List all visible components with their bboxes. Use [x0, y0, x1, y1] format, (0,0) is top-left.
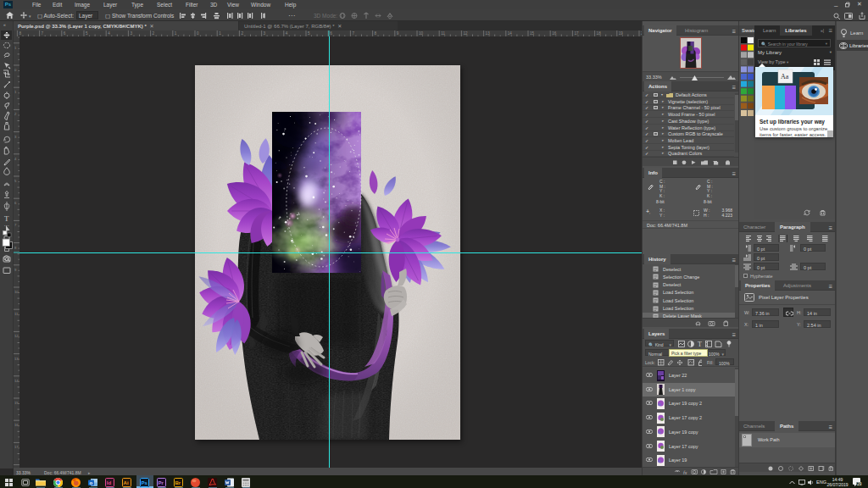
svg-text:1: 1 [175, 31, 177, 36]
svg-text:3: 3 [264, 31, 266, 36]
svg-text:6: 6 [330, 31, 332, 36]
svg-text:4: 4 [286, 31, 288, 36]
svg-text:«: « [3, 22, 6, 27]
svg-text:Br: Br [175, 480, 181, 485]
svg-text:2: 2 [153, 31, 155, 36]
svg-text:18: 18 [597, 31, 602, 36]
svg-text:5: 5 [86, 31, 88, 36]
svg-text:5: 5 [308, 31, 310, 36]
svg-text:T: T [698, 341, 702, 347]
svg-text:15: 15 [14, 401, 19, 405]
svg-text:Pr: Pr [159, 480, 164, 485]
svg-text:3: 3 [130, 31, 132, 36]
svg-text:15: 15 [530, 31, 535, 36]
svg-text:4: 4 [108, 31, 110, 36]
svg-text:o: o [90, 480, 93, 485]
svg-text:Id: Id [107, 480, 112, 485]
svg-text:13: 13 [14, 357, 19, 361]
svg-text:19: 19 [619, 31, 624, 36]
svg-text:14: 14 [14, 379, 19, 383]
svg-text:6: 6 [64, 31, 66, 36]
svg-text:2: 2 [241, 31, 243, 36]
svg-text:11: 11 [14, 312, 19, 316]
svg-text:16: 16 [552, 31, 557, 36]
svg-text:9: 9 [397, 31, 399, 36]
svg-text:8: 8 [375, 31, 377, 36]
svg-text:17: 17 [574, 31, 579, 36]
svg-text:7: 7 [42, 31, 44, 36]
svg-text:Ai: Ai [124, 480, 129, 485]
svg-text:10: 10 [14, 290, 19, 294]
svg-text:10: 10 [419, 31, 424, 36]
svg-text:fx: fx [683, 470, 687, 475]
svg-text:T: T [4, 214, 9, 223]
svg-text:Aa: Aa [781, 73, 789, 80]
svg-text:14: 14 [508, 31, 513, 36]
svg-text:11: 11 [441, 31, 445, 36]
svg-text:⋯: ⋯ [4, 223, 9, 228]
svg-text:8: 8 [19, 31, 21, 36]
svg-text:12: 12 [14, 334, 19, 338]
svg-text:0: 0 [197, 31, 199, 36]
svg-text:17: 17 [14, 445, 19, 449]
svg-text:1: 1 [219, 31, 221, 36]
svg-text:13: 13 [486, 31, 491, 36]
svg-text:16: 16 [14, 423, 19, 427]
svg-text:29: 29 [857, 482, 862, 486]
svg-text:12: 12 [463, 31, 468, 36]
svg-text:7: 7 [352, 31, 354, 36]
svg-text:Ps: Ps [141, 480, 147, 485]
